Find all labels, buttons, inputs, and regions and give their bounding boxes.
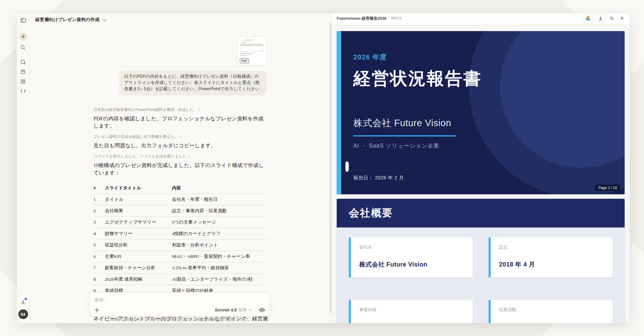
chat-header: 経営層向けプレゼン資料の作成 [35, 17, 106, 23]
slide-accent-bar [337, 31, 341, 194]
thumbnail-table-sketch [240, 44, 263, 52]
chevron-right-icon: › [180, 135, 181, 139]
extended-mode-toggle[interactable]: 拡張 [239, 307, 247, 312]
panel-resize-handle[interactable] [345, 161, 349, 172]
slide1-tagline: AI ・ SaaS ソリューション企業 [353, 142, 439, 150]
table-row: 2会社概要設立・事業内容・従業員数 [93, 205, 268, 217]
chevron-down-icon[interactable] [249, 309, 252, 311]
slide1-underline [353, 135, 456, 137]
reply-composer: Sonnet 4.6 拡張 [89, 292, 270, 316]
chevron-down-icon[interactable] [103, 17, 106, 23]
pdf-attachment-thumbnail[interactable]: PDF [237, 36, 266, 66]
reply-input[interactable] [94, 297, 265, 302]
code-icon[interactable] [19, 86, 28, 95]
user-message: 以下のPDFの内容をもとに、経営層向けプレゼン資料（10枚構成）のアウトラインを… [119, 71, 266, 95]
projects-icon[interactable] [19, 67, 28, 76]
preview-file-type: PPTX [391, 16, 402, 20]
table-row: 82026年度 成長戦略AI製品・エンタープライズ・海外の3柱 [93, 274, 268, 285]
table-row: 4財務サマリー4指標のカードとグラフ [93, 228, 268, 240]
chevron-right-icon: › [199, 108, 200, 112]
chat-column: 経営層向けプレゼン資料の作成 PDF 以下のPDFの内容をもとに、経営層向けプレ… [30, 13, 332, 323]
table-row: 5収益性分析利益率・分析ポイント [93, 240, 268, 251]
artifact-preview-panel: Futurevision 経営報告2026 · PPTX ↻ ✕ 20 [332, 13, 630, 323]
tool-step[interactable]: プレゼン資料の完成を確認し出力準備を整えた。› [93, 134, 268, 139]
ai-disclaimer: Claude は AI のため、誤りを含む可能性があります。回答内容は必ずご確認… [89, 317, 270, 322]
chevron-right-icon: › [188, 154, 190, 158]
claude-app-window: SA 経営層向けプレゼン資料の作成 PDF 以下のPDFの内容をもとに、経営層向… [17, 13, 630, 323]
user-avatar[interactable]: SA [18, 309, 28, 319]
info-card: 設立 2018 年 4 月 [489, 237, 613, 277]
table-row: 6主要KPIMAU・ARPU・新規契約・チャーン率 [93, 251, 268, 262]
pdf-badge: PDF [240, 58, 249, 63]
downloads-icon[interactable] [19, 298, 28, 307]
slide1-report-date: 報告日： 2026 年 2 月 [353, 175, 404, 181]
slide1-year: 2026 年度 [353, 53, 387, 62]
info-card: 会社名 株式会社 Future Vision [349, 237, 473, 277]
download-icon[interactable] [596, 15, 606, 22]
slide-outline-table: #スライドタイトル内容 1タイトル会社名・年度・報告日 2会社概要設立・事業内容… [93, 183, 268, 308]
assistant-paragraph: PDFの内容を確認しました。プロフェッショナルなプレゼン資料を作成します。 [93, 115, 268, 130]
chat-scrollbar[interactable] [330, 23, 331, 313]
slide1-company: 株式会社 Future Vision [353, 117, 451, 129]
slide-2-company-overview: 会社概要 会社名 株式会社 Future Vision 設立 2018 年 4 … [337, 199, 625, 323]
assistant-paragraph: 10枚構成のプレゼン資料が完成しました。以下のスライド構成で作成しています： [93, 162, 268, 177]
tool-step[interactable]: コマンドを実行しました、ファイルを読み取りました› [93, 154, 268, 159]
info-card: 従業員数 [489, 300, 613, 323]
table-row: 7顧客維持・チャーン分析3.2% vs 業界平均・維持施策 [93, 262, 268, 274]
page-indicator-badge: Page 1 / 10 [595, 185, 620, 191]
slide1-title: 経営状況報告書 [353, 67, 482, 90]
new-chat-button[interactable] [19, 32, 27, 41]
artifacts-icon[interactable] [19, 77, 28, 86]
tool-step[interactable]: 日本語の経営報告書向けPowerPoint資料を構成・作成した。› [93, 107, 268, 112]
attach-plus-icon[interactable] [94, 308, 99, 312]
slide2-title: 会社概要 [349, 206, 393, 220]
chats-icon[interactable] [19, 57, 28, 66]
message-thread: PDF 以下のPDFの内容をもとに、経営層向けプレゼン資料（10枚構成）のアウト… [93, 13, 268, 323]
slides-scroll-area[interactable]: 2026 年度 経営状況報告書 株式会社 Future Vision AI ・ … [332, 24, 630, 323]
table-row: 1タイトル会社名・年度・報告日 [93, 194, 268, 205]
sidebar-toggle-icon[interactable] [19, 16, 28, 25]
table-header-row: #スライドタイトル内容 [93, 183, 268, 194]
assistant-paragraph: 見た目も問題なし。出力フォルダにコピーします。 [93, 142, 268, 150]
google-drive-button[interactable] [583, 15, 593, 22]
slide-1-title-slide: 2026 年度 経営状況報告書 株式会社 Future Vision AI ・ … [337, 31, 625, 194]
voice-input-icon[interactable] [259, 307, 265, 312]
notification-dot [25, 298, 27, 300]
sidebar-rail: SA [17, 13, 30, 323]
close-icon[interactable]: ✕ [618, 15, 626, 22]
table-row: 3エグゼクティブサマリー5つの主要メッセージ [93, 217, 268, 228]
preview-header: Futurevision 経営報告2026 · PPTX ↻ ✕ [332, 13, 630, 24]
info-card: 事業内容 AIソリューション開発 [349, 300, 473, 323]
search-icon[interactable] [19, 43, 28, 52]
model-selector[interactable]: Sonnet 4.6 [215, 308, 237, 312]
preview-file-title: Futurevision 経営報告2026 [337, 16, 387, 21]
refresh-icon[interactable]: ↻ [608, 15, 616, 22]
conversation-title[interactable]: 経営層向けプレゼン資料の作成 [35, 17, 99, 23]
